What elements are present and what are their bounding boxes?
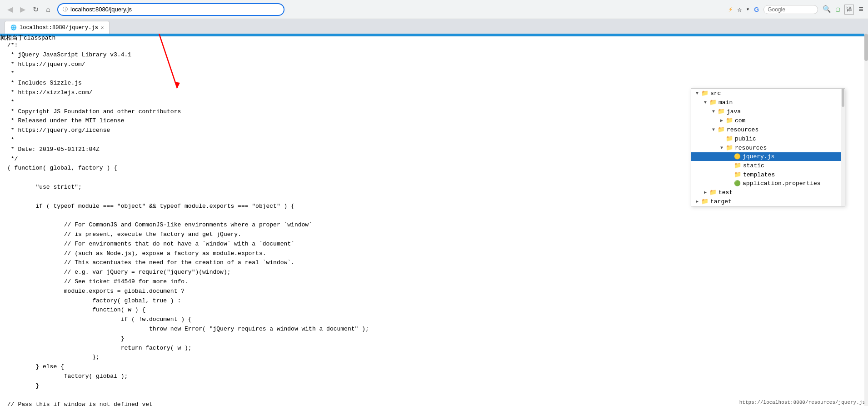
tree-icon-main: 📁 xyxy=(709,99,717,106)
tree-item-application[interactable]: 🟢application.properties xyxy=(691,179,845,188)
content-area: /*! * jQuery JavaScript Library v3.4.1 *… xyxy=(0,34,868,406)
tree-label-resources2: resources xyxy=(735,145,767,151)
tab-label: localhost:8080/jquery.js xyxy=(20,25,98,31)
tree-label-jquery_js: jquery.js xyxy=(743,153,774,160)
tree-icon-public: 📁 xyxy=(726,135,733,142)
tree-icon-java: 📁 xyxy=(718,108,725,115)
tree-item-test[interactable]: ▶📁test xyxy=(691,188,845,197)
star-icon[interactable]: ☆ xyxy=(737,5,742,14)
tree-item-target[interactable]: ▶📁target xyxy=(691,197,845,206)
tree-item-resources2[interactable]: ▼📁resources xyxy=(691,143,845,152)
tree-arrow-test: ▶ xyxy=(702,190,708,195)
status-bar: https://localhost:8080/resources/jquery.… xyxy=(737,399,868,406)
lightning-icon: ⚡ xyxy=(728,5,733,14)
tree-label-public: public xyxy=(735,135,756,142)
tree-icon-application: 🟢 xyxy=(734,180,741,187)
tree-icon-src: 📁 xyxy=(701,90,708,97)
tree-arrow-java: ▼ xyxy=(710,109,717,114)
tree-label-templates: templates xyxy=(743,171,775,178)
tree-icon-target: 📁 xyxy=(701,198,708,205)
search-input[interactable] xyxy=(763,5,818,14)
tree-icon-templates: 📁 xyxy=(734,171,741,178)
tree-icon-test: 📁 xyxy=(709,189,717,196)
tree-label-application: application.properties xyxy=(743,180,821,187)
tree-label-test: test xyxy=(718,189,733,196)
status-text: https://localhost:8080/resources/jquery.… xyxy=(739,400,865,405)
tree-icon-jquery_js: 🟡 xyxy=(734,153,741,160)
tab-close-icon[interactable]: ✕ xyxy=(101,25,104,30)
tree-item-com[interactable]: ▶📁com xyxy=(691,116,845,125)
back-button[interactable]: ◀ xyxy=(5,4,15,15)
tree-icon-static: 📁 xyxy=(734,162,741,169)
tree-item-src[interactable]: ▼📁src xyxy=(691,89,845,98)
tree-label-java: java xyxy=(727,108,741,115)
tree-item-java[interactable]: ▼📁java xyxy=(691,107,845,116)
main-scrollbar[interactable] xyxy=(864,34,868,406)
tree-label-src: src xyxy=(710,90,721,97)
shield-icon: ▢ xyxy=(836,5,840,14)
nav-buttons: ◀ ▶ ↻ ⌂ xyxy=(5,4,54,15)
tree-icon-resources: 📁 xyxy=(718,126,725,133)
url-input[interactable] xyxy=(70,6,279,13)
tree-arrow-com: ▶ xyxy=(718,118,725,123)
browser-chrome: ◀ ▶ ↻ ⌂ ⓘ ⚡ ☆ ▾ G 🔍 ▢ 译 ≡ xyxy=(0,0,868,19)
tree-arrow-resources: ▼ xyxy=(710,127,717,132)
tree-scrollbar[interactable] xyxy=(841,89,845,206)
tree-icon-com: 📁 xyxy=(726,117,733,124)
toolbar-right: ⚡ ☆ ▾ G 🔍 ▢ 译 ≡ xyxy=(728,5,863,15)
tree-item-resources[interactable]: ▼📁resources xyxy=(691,125,845,134)
browser-tab[interactable]: 🌐 localhost:8080/jquery.js ✕ xyxy=(5,21,110,34)
translate-icon[interactable]: 译 xyxy=(844,5,854,15)
tree-item-main[interactable]: ▼📁main xyxy=(691,98,845,107)
tree-item-jquery_js[interactable]: 🟡jquery.js xyxy=(691,152,845,161)
file-tree-panel: ▼📁src▼📁main▼📁java▶📁com▼📁resources📁public… xyxy=(691,88,845,206)
address-bar[interactable]: ⓘ xyxy=(57,3,284,16)
search-icon[interactable]: 🔍 xyxy=(823,5,831,14)
tree-arrow-main: ▼ xyxy=(702,100,708,105)
tab-favicon: 🌐 xyxy=(10,25,17,30)
main-scrollbar-thumb[interactable] xyxy=(864,34,868,61)
home-button[interactable]: ⌂ xyxy=(43,4,54,15)
tree-label-static: static xyxy=(743,162,764,169)
tree-scrollbar-thumb[interactable] xyxy=(842,89,844,107)
tree-label-com: com xyxy=(735,117,745,124)
google-logo: G xyxy=(754,6,759,13)
tree-arrow-resources2: ▼ xyxy=(718,145,725,150)
menu-icon[interactable]: ≡ xyxy=(858,5,863,14)
reload-button[interactable]: ↻ xyxy=(30,4,41,15)
tree-label-target: target xyxy=(710,198,732,205)
tree-icon-resources2: 📁 xyxy=(726,144,733,151)
dropdown-icon[interactable]: ▾ xyxy=(746,6,749,13)
tab-bar: 🌐 localhost:8080/jquery.js ✕ xyxy=(0,19,868,34)
lock-icon: ⓘ xyxy=(63,6,68,13)
forward-button[interactable]: ▶ xyxy=(17,4,28,15)
tree-item-static[interactable]: 📁static xyxy=(691,161,845,170)
tree-arrow-src: ▼ xyxy=(694,91,700,96)
tree-label-resources: resources xyxy=(727,126,758,133)
tree-arrow-target: ▶ xyxy=(694,199,700,204)
tree-item-public[interactable]: 📁public xyxy=(691,134,845,143)
tree-item-templates[interactable]: 📁templates xyxy=(691,170,845,179)
tree-label-main: main xyxy=(718,99,733,106)
